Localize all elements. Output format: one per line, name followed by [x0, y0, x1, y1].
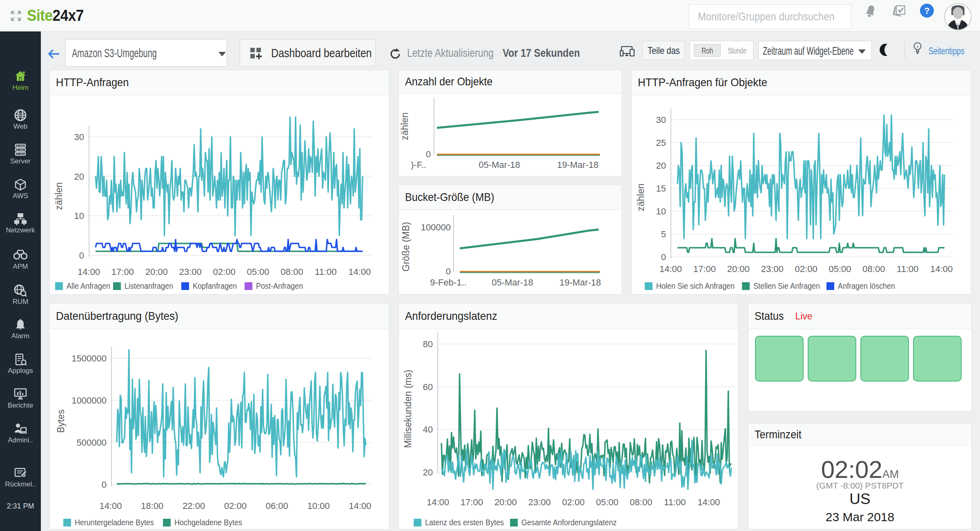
svg-text:9-Feb-1..: 9-Feb-1.. — [430, 277, 466, 288]
svg-text:05:00: 05:00 — [247, 267, 269, 277]
svg-text:23:00: 23:00 — [528, 497, 551, 507]
svg-text:05-Mar-18: 05-Mar-18 — [479, 160, 520, 170]
svg-text:?: ? — [924, 6, 929, 16]
svg-text:14:00: 14:00 — [697, 497, 720, 507]
svg-text:14:00: 14:00 — [78, 267, 100, 277]
svg-text:11:00: 11:00 — [315, 267, 336, 277]
svg-text:zählen: zählen — [399, 112, 410, 140]
svg-text:14:00: 14:00 — [349, 501, 371, 511]
svg-text:23:00: 23:00 — [761, 264, 784, 274]
svg-text:20: 20 — [656, 161, 666, 171]
svg-text:10: 10 — [74, 211, 84, 221]
svg-text:14:00: 14:00 — [427, 497, 449, 507]
svg-text:zählen: zählen — [635, 183, 646, 211]
svg-text:11:00: 11:00 — [664, 497, 686, 507]
svg-text:20:00: 20:00 — [145, 267, 168, 277]
svg-text:20: 20 — [423, 467, 433, 477]
svg-text:0: 0 — [102, 480, 107, 490]
svg-text:100000: 100000 — [421, 222, 451, 232]
svg-text:05:00: 05:00 — [596, 497, 618, 507]
svg-text:20: 20 — [74, 172, 84, 182]
svg-text:05:00: 05:00 — [829, 264, 851, 274]
svg-text:30: 30 — [656, 115, 666, 125]
svg-text:Größe (MB): Größe (MB) — [401, 222, 411, 271]
svg-text:17:00: 17:00 — [461, 497, 483, 507]
svg-text:23:00: 23:00 — [179, 267, 202, 277]
svg-text:14:00: 14:00 — [930, 264, 953, 274]
svg-text:08:00: 08:00 — [630, 497, 652, 507]
svg-text:10: 10 — [656, 206, 666, 216]
svg-text:Bytes: Bytes — [56, 409, 66, 433]
svg-text:60: 60 — [423, 382, 433, 392]
svg-text:14:00: 14:00 — [659, 264, 682, 274]
svg-text:0: 0 — [446, 266, 451, 277]
svg-text:15: 15 — [656, 183, 666, 194]
svg-text:06:00: 06:00 — [266, 501, 288, 511]
svg-text:)-F..: )-F.. — [411, 160, 426, 170]
svg-text:0: 0 — [661, 252, 666, 262]
svg-text:22:00: 22:00 — [183, 501, 205, 511]
svg-text:08:00: 08:00 — [862, 264, 885, 274]
svg-text:17:00: 17:00 — [693, 264, 716, 274]
svg-text:02:00: 02:00 — [213, 267, 236, 277]
svg-text:14:00: 14:00 — [99, 501, 122, 511]
svg-text:08:00: 08:00 — [281, 267, 303, 277]
svg-text:02:00: 02:00 — [224, 501, 247, 511]
svg-text:zählen: zählen — [53, 182, 64, 210]
svg-text:14:00: 14:00 — [348, 267, 371, 277]
svg-text:30: 30 — [74, 132, 84, 142]
svg-text:5: 5 — [661, 229, 666, 239]
svg-text:80: 80 — [423, 339, 433, 349]
svg-text:02:00: 02:00 — [795, 264, 817, 274]
svg-text:Millisekunden (ms): Millisekunden (ms) — [403, 370, 413, 448]
svg-text:19-Mar-18: 19-Mar-18 — [557, 160, 598, 170]
svg-text:1000000: 1000000 — [71, 395, 107, 406]
svg-text:0: 0 — [79, 250, 84, 261]
svg-text:40: 40 — [423, 424, 433, 435]
svg-text:0: 0 — [426, 149, 431, 159]
svg-text:02:00: 02:00 — [562, 497, 585, 507]
svg-text:20:00: 20:00 — [494, 497, 517, 507]
svg-text:05-Mar-18: 05-Mar-18 — [492, 277, 533, 288]
svg-text:500000: 500000 — [77, 437, 107, 448]
svg-text:20:00: 20:00 — [727, 264, 750, 274]
svg-text:10:00: 10:00 — [307, 501, 330, 511]
svg-text:19-Mar-18: 19-Mar-18 — [559, 277, 601, 288]
svg-text:18:00: 18:00 — [141, 501, 163, 511]
svg-text:17:00: 17:00 — [111, 267, 134, 277]
svg-text:25: 25 — [656, 138, 666, 148]
svg-text:11:00: 11:00 — [897, 264, 918, 274]
svg-text:1500000: 1500000 — [71, 353, 107, 364]
